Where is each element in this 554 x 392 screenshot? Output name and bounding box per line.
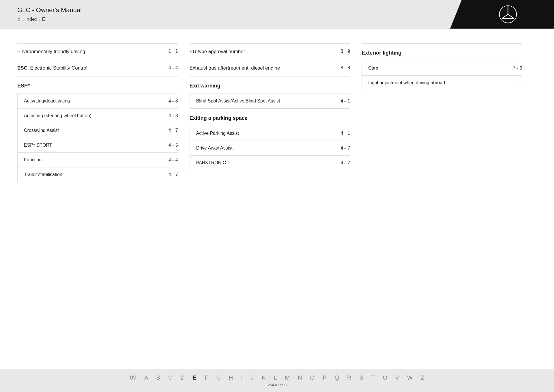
entry-page: 8→9 (341, 49, 350, 54)
entry-page: 4→8 (169, 98, 178, 104)
header: GLC - Owner's Manual ⌂ › Index › E (0, 0, 554, 29)
list-item[interactable]: Exhaust gas aftertreatment, diesel engin… (190, 60, 350, 76)
list-item[interactable]: Care 7→9 (362, 61, 522, 75)
entry-label: Crosswind Assist (24, 128, 169, 133)
entry-label: Exterior lighting (362, 50, 407, 56)
alpha-I[interactable]: I (241, 374, 243, 381)
entry-label: Environmentally friendly driving (17, 49, 169, 55)
entry-label: PARKTRONIC (196, 160, 341, 165)
list-item[interactable]: Drive Away Assist 4→7 (190, 141, 350, 155)
list-item[interactable]: Blind Spot Assist/Active Blind Spot Assi… (190, 94, 350, 109)
entry-label: Drive Away Assist (196, 145, 341, 151)
list-item[interactable]: Environmentally friendly driving 1→1 (17, 43, 178, 60)
list-item[interactable]: Trailer stabilisation 4→7 (18, 167, 178, 182)
entry-page: 7→9 (513, 66, 522, 71)
entry-page: 4→5 (169, 143, 178, 148)
entry-page: 1→1 (169, 49, 178, 54)
alpha-0[interactable]: 0? (130, 374, 136, 381)
home-icon[interactable]: ⌂ (17, 16, 20, 22)
alpha-B[interactable]: B (156, 374, 160, 381)
alpha-R[interactable]: R (347, 374, 351, 381)
entry-label: Function (24, 157, 169, 163)
alpha-D[interactable]: D (180, 374, 184, 381)
esp-sub-section: Activating/deactivating 4→8 Adjusting (s… (17, 94, 178, 182)
alpha-T[interactable]: T (371, 374, 375, 381)
exterior-lighting-heading: Exterior lighting (362, 43, 522, 61)
entry-label: ESC, Electronic Stability Control (17, 65, 169, 71)
alpha-H[interactable]: H (229, 374, 233, 381)
entry-label: Exit warning (190, 83, 226, 89)
entry-label: Activating/deactivating (24, 98, 169, 104)
entry-page: 4→4 (169, 157, 178, 163)
alpha-Q[interactable]: Q (335, 374, 339, 381)
alpha-J[interactable]: J (251, 374, 254, 381)
entry-label: Exhaust gas aftertreatment, diesel engin… (190, 65, 341, 71)
list-item[interactable]: ESC, Electronic Stability Control 4→4 (17, 60, 178, 76)
entry-label: Trailer stabilisation (24, 172, 169, 177)
entry-label: Exiting a parking space (190, 115, 253, 121)
alpha-V[interactable]: V (395, 374, 399, 381)
entry-label: Active Parking Assist (196, 131, 341, 136)
list-item[interactable]: ESP* SPORT 4→5 (18, 138, 178, 152)
entry-page: 4→7 (341, 160, 350, 165)
main-content: Environmentally friendly driving 1→1 ESC… (0, 29, 554, 369)
entry-page: 4→7 (169, 172, 178, 177)
exterior-lighting-sub-section: Care 7→9 Light adjustment when driving a… (362, 61, 522, 90)
alpha-F[interactable]: F (205, 374, 208, 381)
breadcrumb-index[interactable]: Index (25, 16, 38, 22)
entry-label: Adjusting (steering-wheel button) (24, 113, 169, 118)
list-item[interactable]: PARKTRONIC 4→7 (190, 155, 350, 170)
alpha-K[interactable]: K (262, 374, 265, 381)
entry-label: Care (368, 66, 513, 71)
entry-page: 4→7 (169, 128, 178, 133)
breadcrumb: ⌂ › Index › E (17, 16, 82, 22)
header-left: GLC - Owner's Manual ⌂ › Index › E (0, 0, 99, 29)
list-item[interactable]: Light adjustment when driving abroad → (362, 75, 522, 90)
document-title: GLC - Owner's Manual (17, 6, 82, 14)
alpha-S[interactable]: S (360, 374, 363, 381)
alpha-U[interactable]: U (383, 374, 387, 381)
esp-heading: ESP* (17, 76, 178, 94)
column-1: Environmentally friendly driving 1→1 ESC… (17, 43, 178, 182)
list-item[interactable]: EU type approval number 8→9 (190, 43, 350, 60)
entry-page: 4→1 (341, 131, 350, 136)
alpha-M[interactable]: M (285, 374, 290, 381)
alpha-C[interactable]: C (168, 374, 172, 381)
entry-page: 4→7 (341, 145, 350, 151)
entry-page: → (519, 80, 522, 85)
exit-warning-heading: Exit warning (190, 76, 350, 94)
footer-code: F254 0177 02 (265, 383, 289, 387)
exit-warning-sub-section: Blind Spot Assist/Active Blind Spot Assi… (190, 94, 350, 109)
alpha-G[interactable]: G (216, 374, 221, 381)
breadcrumb-current: E (42, 16, 45, 22)
mercedes-logo (499, 5, 517, 24)
column-3: Exterior lighting Care 7→9 Light adjustm… (362, 43, 522, 182)
alpha-A[interactable]: A (144, 374, 148, 381)
alpha-E[interactable]: E (193, 374, 196, 381)
alpha-O[interactable]: O (310, 374, 315, 381)
alpha-Z[interactable]: Z (421, 374, 424, 381)
header-logo-area (462, 0, 554, 29)
list-item[interactable]: Adjusting (steering-wheel button) 4→8 (18, 108, 178, 123)
entry-page: 8→8 (341, 65, 350, 70)
entry-label: ESP* (17, 83, 35, 89)
entry-page: 4→1 (341, 98, 350, 104)
alpha-L[interactable]: L (274, 374, 277, 381)
footer: 0? A B C D E F G H I J K L M N O P Q R S… (0, 369, 554, 392)
alphabet-bar: 0? A B C D E F G H I J K L M N O P Q R S… (130, 374, 424, 381)
alpha-W[interactable]: W (407, 374, 413, 381)
entry-page: 4→8 (169, 113, 178, 118)
entry-page: 4→4 (169, 65, 178, 70)
list-item[interactable]: Activating/deactivating 4→8 (18, 94, 178, 108)
breadcrumb-sep-2: › (39, 17, 40, 22)
exiting-parking-sub-section: Active Parking Assist 4→1 Drive Away Ass… (190, 126, 350, 170)
list-item[interactable]: Function 4→4 (18, 152, 178, 167)
entry-label: ESP* SPORT (24, 143, 169, 148)
entry-label: Blind Spot Assist/Active Blind Spot Assi… (196, 98, 341, 104)
column-2: EU type approval number 8→9 Exhaust gas … (190, 43, 350, 182)
alpha-N[interactable]: N (298, 374, 302, 381)
alpha-P[interactable]: P (323, 374, 326, 381)
list-item[interactable]: Crosswind Assist 4→7 (18, 123, 178, 138)
breadcrumb-sep-1: › (22, 17, 24, 22)
list-item[interactable]: Active Parking Assist 4→1 (190, 126, 350, 141)
